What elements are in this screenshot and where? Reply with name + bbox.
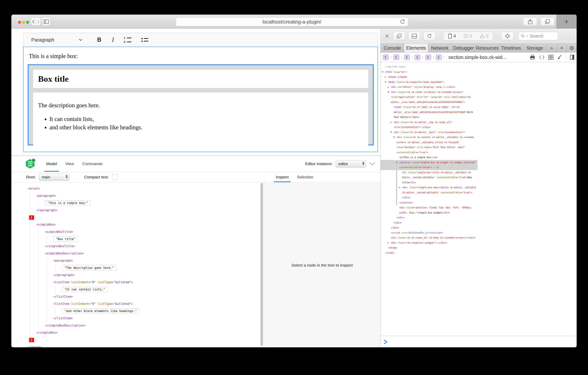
model-tree-row[interactable]: </simpleBoxTitle> — [11, 243, 260, 250]
forward-button[interactable] — [36, 17, 41, 26]
element-badge[interactable]: E — [404, 55, 410, 60]
devtools-tab-resources[interactable]: Resources — [475, 44, 499, 52]
model-tree-row[interactable]: <simpleBoxTitle> — [11, 228, 260, 235]
model-tree-row[interactable]: "The description goes here." — [11, 264, 260, 272]
dom-tree-line[interactable]: <!DOCTYPE html> — [381, 65, 478, 70]
devtools-tab-elements[interactable]: Elements — [404, 44, 428, 52]
expand-node-icon[interactable]: ▶ — [388, 85, 389, 90]
expand-node-icon[interactable]: ▶ — [399, 185, 400, 190]
compact-text-checkbox[interactable] — [112, 174, 118, 180]
model-tree-row[interactable]: <listItem listIndent="0" listType="bulle… — [11, 279, 260, 286]
model-tree-row[interactable]: <paragraph> — [11, 192, 260, 199]
dom-tree-line[interactable]: </div> — [381, 215, 478, 220]
dom-tree-line[interactable]: ▼<div class="ck ck-editor__main" role="p… — [381, 130, 478, 135]
collapse-node-icon[interactable]: ▼ — [390, 130, 392, 135]
dom-tree-line[interactable]: <div class="ck ck-reset_all ck-body ck-r… — [381, 235, 478, 240]
simple-box-widget[interactable]: Box title The description goes here. It … — [28, 64, 374, 145]
model-tree-row[interactable]: <listItem listIndent="0" listType="bulle… — [11, 300, 260, 308]
collapse-inspector-icon[interactable] — [369, 162, 376, 166]
new-tab-button[interactable]: + — [556, 15, 577, 28]
sidebar-button[interactable] — [42, 17, 50, 26]
dom-tree-line[interactable]: <label class="ck ck-label ck-voice-label… — [381, 105, 478, 120]
element-badge[interactable]: E — [425, 55, 431, 60]
dom-tree-line[interactable]: ▼<div class="ck ck-reset ck-editor ck-ro… — [381, 90, 478, 105]
model-tree-row[interactable]: </listItem> — [11, 293, 260, 300]
warning-count[interactable]: 0 — [480, 33, 489, 39]
bold-button[interactable]: B — [97, 36, 101, 43]
dock-bottom-button[interactable] — [408, 32, 420, 40]
dom-tree-line[interactable]: ▼<body class="ck-inspector-body-expanded… — [381, 80, 478, 85]
element-badge[interactable]: E — [415, 55, 420, 60]
expand-node-icon[interactable]: ▶ — [390, 120, 392, 125]
model-tree-row[interactable]: ] — [11, 336, 260, 343]
collapse-node-icon[interactable]: ▼ — [385, 80, 386, 85]
grid-layout-icon[interactable] — [548, 55, 553, 60]
dom-tree-line[interactable]: </html> — [381, 250, 478, 255]
minimize-window-button[interactable] — [22, 21, 25, 24]
model-tree-row[interactable]: [ — [11, 214, 260, 221]
italic-button[interactable]: I — [112, 36, 114, 44]
dom-tree-line[interactable]: ▼<section class="simple-box ck-widget ck… — [381, 160, 478, 170]
reload-icon[interactable] — [400, 19, 405, 25]
chevron-down-icon[interactable] — [79, 39, 82, 41]
reload-page-button[interactable] — [423, 32, 436, 40]
dom-tree-line[interactable]: </body> — [381, 245, 478, 250]
dom-tree-line[interactable]: <p>This is a simple box:</p> — [381, 155, 478, 160]
dom-tree-line[interactable]: ▶<head>…</head> — [381, 75, 478, 80]
model-tree-row[interactable]: "and other block elements like headings.… — [11, 308, 260, 315]
description-paragraph[interactable]: The description goes here. — [38, 102, 363, 109]
model-tree-row[interactable]: </listItem> — [11, 315, 260, 322]
collapse-node-icon[interactable]: ▼ — [382, 70, 383, 75]
bulleted-list-button[interactable] — [141, 38, 148, 42]
expand-node-icon[interactable]: ▶ — [385, 75, 386, 80]
inspector-tab-view[interactable]: View — [61, 156, 78, 172]
styles-brush-icon[interactable] — [557, 55, 562, 60]
simple-box-description[interactable]: The description goes here. It can contai… — [33, 92, 368, 147]
more-tabs-button[interactable]: » — [547, 44, 557, 52]
description-list[interactable]: It can contain lists,and other block ele… — [38, 116, 363, 131]
collapse-node-icon[interactable]: ▼ — [393, 135, 395, 140]
dom-tree-line[interactable]: <script src="dist/bundle.js"></script> — [381, 230, 478, 235]
dom-tree-line[interactable]: <h1 class="simple-box-title ck-editor__e… — [381, 170, 478, 185]
devtools-tab-storage[interactable]: Storage — [523, 44, 547, 52]
breadcrumb-current-element[interactable]: section.simple-box.ck-wid… — [448, 55, 507, 60]
inspector-tab-selection[interactable]: Selection — [293, 172, 317, 182]
dom-tree-line[interactable]: ▶<div class="simple-box-description ck-e… — [381, 185, 478, 200]
tab-overview-button[interactable] — [540, 17, 555, 26]
dock-side-button[interactable] — [393, 32, 405, 40]
devtools-tab-timelines[interactable]: Timelines — [499, 44, 523, 52]
inspector-tab-model[interactable]: Model — [42, 156, 61, 172]
paragraph-dropdown[interactable]: Paragraph — [31, 37, 54, 43]
element-badge[interactable]: E — [393, 55, 399, 60]
intro-paragraph[interactable]: This is a simple box: — [29, 53, 378, 60]
simple-box-title[interactable]: Box title — [33, 70, 368, 88]
model-tree-row[interactable]: <simpleBoxDescription> — [11, 250, 260, 257]
model-tree-row[interactable]: "This is a simple box:" — [11, 199, 260, 207]
model-tree-row[interactable]: </paragraph> — [11, 207, 260, 214]
dom-tree-line[interactable]: ▶<div class="ck-inspector-wrapper">…</di… — [381, 240, 478, 245]
model-tree-row[interactable]: "Box title" — [11, 235, 260, 243]
model-tree-row[interactable]: <simpleBox> — [11, 221, 260, 228]
model-tree-scrollbar[interactable] — [260, 182, 264, 347]
address-bar[interactable]: localhost/creating-a-plugin/ — [176, 17, 408, 26]
details-sidebar-toggle-icon[interactable] — [570, 55, 574, 60]
model-tree-row[interactable]: </simpleBoxDescription> — [11, 322, 260, 329]
collapse-node-icon[interactable]: ▼ — [396, 160, 398, 165]
dom-tree-line[interactable]: </section> — [381, 200, 478, 205]
collapse-node-icon[interactable]: ▼ — [388, 90, 389, 95]
devtools-search-field[interactable]: Search — [518, 32, 558, 40]
print-icon[interactable] — [530, 55, 535, 60]
dom-tree-line[interactable]: </div> — [381, 225, 478, 230]
numbered-list-button[interactable]: 1 2 — [124, 37, 131, 43]
editor-editable-area[interactable]: This is a simple box: Box title The desc… — [23, 47, 378, 152]
inspector-tab-commands[interactable]: Commands — [78, 156, 107, 172]
element-badge[interactable]: E — [383, 55, 388, 60]
dom-tree-line[interactable]: ▶<div class="ck ck-editor__top ck-reset_… — [381, 120, 478, 130]
element-picker-button[interactable] — [501, 32, 514, 40]
settings-gear-icon[interactable]: ⚙ — [567, 44, 577, 52]
model-tree-row[interactable]: "It can contain lists," — [11, 286, 260, 293]
devtools-tab-debugger[interactable]: Debugger — [452, 44, 475, 52]
inspector-tab-inspect[interactable]: Inspect — [272, 172, 293, 182]
root-select[interactable]: main — [39, 174, 69, 181]
error-count[interactable]: 0 — [463, 33, 472, 39]
